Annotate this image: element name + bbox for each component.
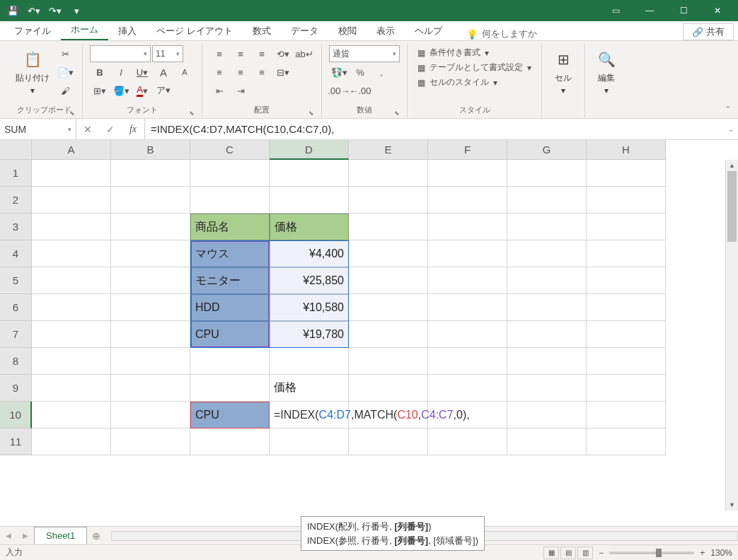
- cut-icon[interactable]: ✂: [55, 45, 75, 62]
- cell[interactable]: [428, 321, 507, 348]
- row-header[interactable]: 1: [0, 160, 32, 187]
- orientation-icon[interactable]: ⟲▾: [273, 45, 293, 62]
- cell[interactable]: [428, 160, 507, 187]
- cell[interactable]: [190, 160, 270, 187]
- cell[interactable]: [428, 348, 507, 375]
- cell[interactable]: [428, 187, 507, 214]
- cell[interactable]: [349, 240, 428, 267]
- tell-me-search[interactable]: 💡 何をしますか: [466, 28, 537, 40]
- cell[interactable]: [349, 294, 428, 321]
- border-icon[interactable]: ⊞▾: [90, 82, 110, 99]
- qat-customize-icon[interactable]: ▾: [68, 2, 85, 19]
- cell[interactable]: [32, 321, 111, 348]
- row-header[interactable]: 4: [0, 240, 32, 267]
- align-bottom-icon[interactable]: ≡: [252, 45, 272, 62]
- tab-formulas[interactable]: 数式: [243, 22, 281, 40]
- cell[interactable]: [587, 428, 666, 455]
- row-header[interactable]: 11: [0, 428, 32, 455]
- cell[interactable]: [428, 375, 507, 402]
- increase-decimal-icon[interactable]: .00→: [329, 82, 349, 99]
- cell[interactable]: [32, 402, 111, 428]
- merge-icon[interactable]: ⊟▾: [273, 64, 293, 81]
- dialog-launcher-icon[interactable]: ⬊: [189, 110, 195, 117]
- undo-icon[interactable]: ↶ ▾: [25, 2, 42, 19]
- cell[interactable]: [507, 294, 587, 321]
- cell[interactable]: 価格: [270, 375, 349, 402]
- editing-button[interactable]: 🔍 編集▾: [592, 45, 621, 114]
- cell[interactable]: [32, 348, 111, 375]
- cell[interactable]: [32, 160, 111, 187]
- share-button[interactable]: 🔗 共有: [683, 23, 734, 40]
- shrink-font-icon[interactable]: A: [175, 64, 195, 81]
- tab-review[interactable]: 校閲: [328, 22, 367, 40]
- cell[interactable]: [111, 160, 190, 187]
- zoom-in-icon[interactable]: +: [700, 548, 705, 558]
- cell[interactable]: マウス: [190, 240, 270, 267]
- normal-view-icon[interactable]: ▦: [543, 547, 559, 559]
- dialog-launcher-icon[interactable]: ⬊: [309, 110, 314, 117]
- cell[interactable]: [349, 375, 428, 402]
- cell[interactable]: [190, 187, 270, 214]
- tab-help[interactable]: ヘルプ: [405, 22, 452, 40]
- name-box[interactable]: SUM: [0, 119, 76, 139]
- cells-button[interactable]: ⊞ セル▾: [549, 45, 577, 114]
- tab-nav-prev-icon[interactable]: ◀: [0, 532, 17, 539]
- cell[interactable]: CPU: [190, 402, 270, 428]
- cell[interactable]: [507, 160, 587, 187]
- cell[interactable]: [270, 160, 349, 187]
- enter-formula-icon[interactable]: ✓: [99, 124, 122, 135]
- cell[interactable]: [428, 267, 507, 294]
- cell[interactable]: [507, 321, 587, 348]
- increase-indent-icon[interactable]: ⇥: [231, 82, 250, 99]
- font-name-combo[interactable]: [90, 45, 151, 62]
- cell[interactable]: [507, 428, 587, 455]
- col-header[interactable]: F: [428, 140, 507, 160]
- cell[interactable]: [349, 348, 428, 375]
- col-header[interactable]: H: [587, 140, 666, 160]
- cell[interactable]: CPU: [190, 321, 270, 348]
- collapse-ribbon-icon[interactable]: ⌃: [725, 105, 731, 114]
- cell[interactable]: [428, 294, 507, 321]
- cell[interactable]: [111, 428, 190, 455]
- expand-formula-bar-icon[interactable]: ⌄: [724, 119, 738, 139]
- cell[interactable]: [111, 348, 190, 375]
- cell[interactable]: ¥10,580: [270, 294, 349, 321]
- comma-icon[interactable]: ,: [371, 64, 391, 81]
- cell[interactable]: [32, 187, 111, 214]
- cell[interactable]: [349, 267, 428, 294]
- maximize-button[interactable]: ☐: [667, 0, 700, 21]
- close-button[interactable]: ✕: [701, 0, 734, 21]
- cell[interactable]: [587, 348, 666, 375]
- align-top-icon[interactable]: ≡: [209, 45, 229, 62]
- add-sheet-icon[interactable]: ⊕: [87, 530, 105, 542]
- col-header[interactable]: B: [111, 140, 190, 160]
- cell[interactable]: [349, 214, 428, 240]
- cancel-formula-icon[interactable]: ✕: [76, 124, 99, 135]
- active-cell[interactable]: =INDEX(C4:D7,MATCH(C10,C4:C7,0),: [270, 402, 349, 428]
- row-header[interactable]: 9: [0, 375, 32, 402]
- decrease-indent-icon[interactable]: ⇤: [209, 82, 229, 99]
- vertical-scrollbar[interactable]: ▲ ▼: [725, 160, 738, 511]
- cell[interactable]: [507, 240, 587, 267]
- col-header[interactable]: G: [507, 140, 587, 160]
- align-middle-icon[interactable]: ≡: [231, 45, 250, 62]
- tab-file[interactable]: ファイル: [4, 22, 61, 40]
- row-header[interactable]: 8: [0, 348, 32, 375]
- cell[interactable]: [349, 187, 428, 214]
- paste-button[interactable]: 📋 貼り付け▾: [13, 45, 52, 103]
- fill-color-icon[interactable]: 🪣▾: [111, 82, 131, 99]
- tab-home[interactable]: ホーム: [61, 21, 108, 40]
- cell[interactable]: モニター: [190, 267, 270, 294]
- col-header[interactable]: C: [190, 140, 270, 160]
- align-center-icon[interactable]: ≡: [231, 64, 250, 81]
- row-header[interactable]: 6: [0, 294, 32, 321]
- bold-button[interactable]: B: [90, 64, 110, 81]
- cell[interactable]: HDD: [190, 294, 270, 321]
- cell[interactable]: [507, 375, 587, 402]
- cell[interactable]: [190, 348, 270, 375]
- cell[interactable]: [587, 187, 666, 214]
- cell[interactable]: [428, 240, 507, 267]
- redo-icon[interactable]: ↷ ▾: [47, 2, 64, 19]
- cell[interactable]: [587, 214, 666, 240]
- cell[interactable]: [428, 428, 507, 455]
